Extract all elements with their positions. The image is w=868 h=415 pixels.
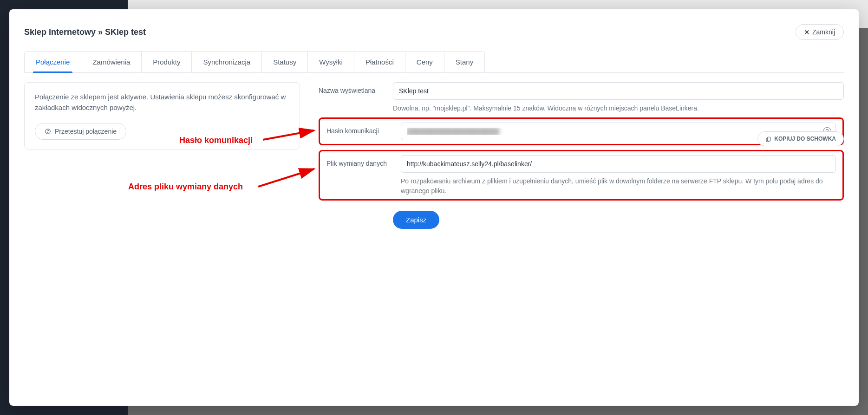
arrow-exchange [258,163,319,191]
modal-header: Sklep internetowy » SKlep test ✕ Zamknij [24,24,844,40]
annotation-exchange: Adres pliku wymiany danych [128,182,243,192]
copy-to-clipboard-button[interactable]: KOPIUJ DO SCHOWKA [757,131,844,146]
row-exchange-file: Plik wymiany danych Po rozpakowaniu arch… [326,155,836,195]
test-connection-button[interactable]: Przetestuj połączenie [35,123,126,140]
connection-info-text: Połączenie ze sklepem jest aktywne. Usta… [35,92,289,113]
tab-prices[interactable]: Ceny [405,51,444,72]
label-display-name: Nazwa wyświetlana [319,82,393,94]
connection-form: Nazwa wyświetlana Dowolna, np. "mojsklep… [319,82,844,229]
tab-stocks[interactable]: Stany [444,51,485,72]
tab-statuses[interactable]: Statusy [261,51,308,72]
shop-settings-modal: Sklep internetowy » SKlep test ✕ Zamknij… [9,9,859,406]
tab-content: Połączenie ze sklepem jest aktywne. Usta… [24,82,844,229]
display-name-input[interactable] [393,82,844,100]
exchange-file-helper: Po rozpakowaniu archiwum z plikiem i uzu… [401,176,836,195]
annotation-password: Hasło komunikacji [179,136,253,145]
exchange-file-input[interactable] [401,155,836,173]
connection-info-panel: Połączenie ze sklepem jest aktywne. Usta… [24,82,300,149]
clipboard-icon [765,136,771,142]
close-button[interactable]: ✕ Zamknij [796,24,844,40]
tab-sync[interactable]: Synchronizacja [191,51,262,72]
close-icon: ✕ [804,29,809,36]
save-button[interactable]: Zapisz [393,211,439,229]
tab-connection[interactable]: Połączenie [24,51,81,72]
help-circle-icon [45,128,51,135]
highlight-exchange-file: Plik wymiany danych Po rozpakowaniu arch… [319,150,844,201]
modal-title: Sklep internetowy » SKlep test [24,27,146,37]
tab-shipments[interactable]: Wysyłki [307,51,354,72]
label-password: Hasło komunikacji [326,123,401,135]
tab-orders[interactable]: Zamówienia [81,51,142,72]
test-connection-label: Przetestuj połączenie [55,128,117,135]
close-button-label: Zamknij [812,28,835,36]
svg-point-1 [48,132,48,133]
tab-products[interactable]: Produkty [141,51,192,72]
svg-line-4 [258,169,314,187]
svg-rect-2 [768,137,771,141]
tab-payments[interactable]: Płatności [354,51,405,72]
row-display-name: Nazwa wyświetlana Dowolna, np. "mojsklep… [319,82,844,113]
tabs-bar: Połączenie Zamówienia Produkty Synchroni… [24,51,844,73]
copy-button-label: KOPIUJ DO SCHOWKA [774,136,836,142]
label-exchange-file: Plik wymiany danych [326,155,401,167]
display-name-helper: Dowolna, np. "mojsklep.pl". Maksymalnie … [393,104,844,113]
